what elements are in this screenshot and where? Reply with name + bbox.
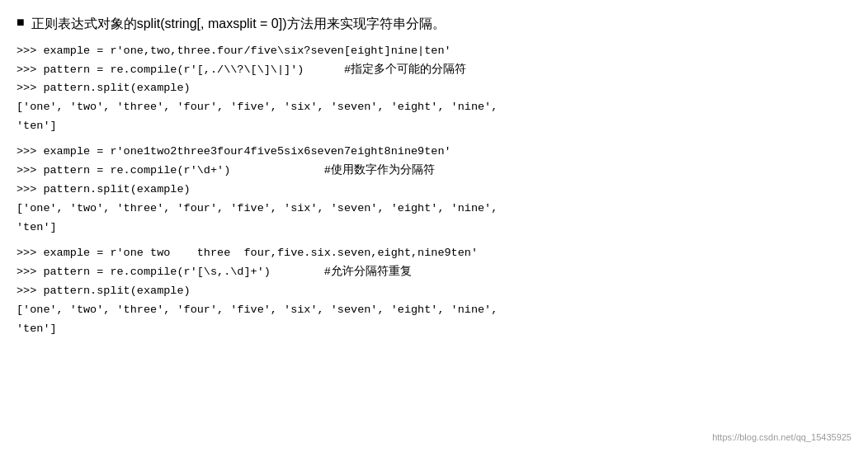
code-line: >>> example = r'one1two2three3four4five5… (17, 144, 851, 161)
code-line: ['one', 'two', 'three', 'four', 'five', … (17, 99, 851, 116)
bullet-text: 正则表达式对象的split(string[, maxsplit = 0])方法用… (31, 13, 446, 35)
code-section-1: >>> example = r'one,two,three.four/five\… (17, 43, 851, 136)
code-line: >>> pattern.split(example) (17, 283, 851, 300)
code-line: >>> example = r'one,two,three.four/five\… (17, 43, 851, 60)
code-line: >>> pattern = re.compile(r'[\s,.\d]+') #… (17, 264, 851, 281)
code-sections: >>> example = r'one,two,three.four/five\… (17, 43, 851, 338)
bullet-section: ■ 正则表达式对象的split(string[, maxsplit = 0])方… (17, 13, 851, 35)
code-line: >>> pattern.split(example) (17, 80, 851, 97)
code-line: >>> pattern.split(example) (17, 181, 851, 199)
code-section-3: >>> example = r'one two three four,five.… (17, 245, 851, 338)
code-line: ['one', 'two', 'three', 'four', 'five', … (17, 200, 851, 218)
code-line: 'ten'] (17, 219, 851, 237)
bullet-icon: ■ (17, 15, 25, 30)
code-line: 'ten'] (17, 321, 851, 338)
code-line: >>> example = r'one two three four,five.… (17, 245, 851, 262)
code-line: ['one', 'two', 'three', 'four', 'five', … (17, 302, 851, 319)
code-line: >>> pattern = re.compile(r'\d+') #使用数字作为… (17, 162, 851, 180)
watermark: https://blog.csdn.net/qq_15435925 (712, 432, 851, 442)
code-section-2: >>> example = r'one1two2three3four4five5… (17, 144, 851, 237)
code-line: >>> pattern = re.compile(r'[,./\\?\[\]\|… (17, 62, 851, 79)
code-line: 'ten'] (17, 118, 851, 135)
